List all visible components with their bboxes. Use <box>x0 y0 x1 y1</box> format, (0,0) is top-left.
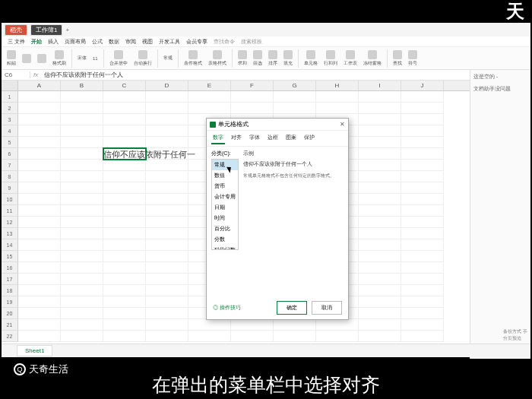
cell[interactable] <box>61 285 103 296</box>
cell[interactable] <box>103 160 146 171</box>
ok-button[interactable]: 确定 <box>277 301 307 315</box>
cell[interactable] <box>401 274 444 285</box>
tab-daoqiao[interactable]: 稻壳 <box>5 24 27 36</box>
cell[interactable] <box>146 274 188 285</box>
menu-data[interactable]: 数据 <box>109 38 119 46</box>
cell[interactable] <box>146 205 188 217</box>
cell[interactable] <box>401 285 444 296</box>
cell[interactable] <box>146 182 188 194</box>
cell[interactable] <box>18 285 61 296</box>
sheet-button[interactable]: 工作表 <box>341 50 359 67</box>
cell[interactable] <box>61 160 103 171</box>
cell[interactable] <box>359 285 401 296</box>
cell[interactable] <box>146 308 188 319</box>
cell[interactable] <box>18 228 61 239</box>
cell[interactable] <box>359 137 401 148</box>
cell[interactable] <box>146 114 188 125</box>
cell[interactable] <box>103 205 146 217</box>
row-header[interactable]: 10 <box>2 194 18 205</box>
cell[interactable] <box>61 91 103 103</box>
filter-button[interactable]: 筛选 <box>251 50 264 67</box>
cell[interactable] <box>18 125 61 137</box>
cell[interactable] <box>18 274 61 285</box>
cell[interactable] <box>231 331 274 342</box>
cell[interactable] <box>359 217 401 228</box>
row-header[interactable]: 22 <box>2 331 18 342</box>
symbol-button[interactable]: 符号 <box>406 50 420 67</box>
cell[interactable] <box>401 103 444 114</box>
cell[interactable] <box>18 308 61 319</box>
cell[interactable] <box>103 331 146 342</box>
cancel-button[interactable]: 取消 <box>312 301 342 315</box>
row-header[interactable]: 7 <box>2 160 18 171</box>
tab-number[interactable]: 数字 <box>211 132 225 144</box>
cell[interactable] <box>18 182 61 194</box>
menu-start[interactable]: 开始 <box>31 38 42 46</box>
cell[interactable] <box>18 205 61 217</box>
cell[interactable] <box>18 239 61 251</box>
cell[interactable] <box>146 137 188 148</box>
copy-button[interactable] <box>35 54 49 63</box>
cell[interactable] <box>103 296 146 308</box>
cell[interactable] <box>103 103 146 114</box>
sheet-tab-1[interactable]: Sheet1 <box>17 345 52 356</box>
cell[interactable] <box>18 331 61 342</box>
row-header[interactable]: 18 <box>2 285 18 296</box>
cell[interactable] <box>18 91 61 103</box>
cell[interactable] <box>61 114 103 125</box>
cell[interactable] <box>61 103 103 114</box>
select-all-corner[interactable] <box>2 81 18 90</box>
col-header[interactable]: H <box>316 81 359 90</box>
cell[interactable] <box>359 331 401 342</box>
cell[interactable] <box>103 251 146 262</box>
cell[interactable] <box>359 160 401 171</box>
cell[interactable] <box>103 91 146 103</box>
search-template[interactable]: 搜索模板 <box>241 38 262 46</box>
cell[interactable] <box>401 194 444 205</box>
cell[interactable] <box>401 251 444 262</box>
category-item[interactable]: 时间 <box>212 213 238 223</box>
col-header[interactable]: G <box>274 81 316 90</box>
cell[interactable] <box>274 91 316 103</box>
menu-layout[interactable]: 页面布局 <box>65 38 86 46</box>
cell[interactable] <box>61 171 103 182</box>
cell[interactable] <box>18 262 61 274</box>
row-header[interactable]: 4 <box>2 125 18 137</box>
cell[interactable] <box>61 125 103 137</box>
cell[interactable] <box>274 319 316 331</box>
cell[interactable] <box>61 274 103 285</box>
cell[interactable] <box>359 182 401 194</box>
cell[interactable] <box>401 171 444 182</box>
cell[interactable] <box>103 308 146 319</box>
cell[interactable] <box>359 205 401 217</box>
cell[interactable] <box>61 182 103 194</box>
tab-pattern[interactable]: 图案 <box>284 132 298 144</box>
cell[interactable] <box>103 217 146 228</box>
cell[interactable] <box>359 228 401 239</box>
search-command[interactable]: 查找命令 <box>214 38 235 46</box>
cell[interactable] <box>146 103 188 114</box>
wrap-button[interactable]: 自动换行 <box>131 50 154 67</box>
tab-border[interactable]: 边框 <box>266 132 280 144</box>
cell[interactable] <box>61 217 103 228</box>
cell[interactable] <box>146 91 188 103</box>
cell[interactable] <box>103 274 146 285</box>
row-header[interactable]: 5 <box>2 137 18 148</box>
category-item[interactable]: 日期 <box>212 202 238 213</box>
cell[interactable] <box>188 91 231 103</box>
cell[interactable] <box>359 148 401 160</box>
cell[interactable] <box>146 239 188 251</box>
category-item[interactable]: 数值 <box>212 170 238 181</box>
merge-button[interactable]: 合并居中 <box>107 50 130 67</box>
close-icon[interactable]: ✕ <box>340 121 345 128</box>
cell[interactable] <box>231 91 274 103</box>
cell[interactable] <box>359 194 401 205</box>
col-header[interactable]: I <box>359 81 401 90</box>
cell[interactable] <box>61 137 103 148</box>
cell[interactable] <box>61 194 103 205</box>
tab-align[interactable]: 对齐 <box>230 132 243 144</box>
category-item[interactable]: 常规 <box>212 160 238 170</box>
cell[interactable] <box>146 160 188 171</box>
font-select[interactable]: 宋体 <box>75 55 89 62</box>
find-button[interactable]: 查找 <box>391 50 404 67</box>
